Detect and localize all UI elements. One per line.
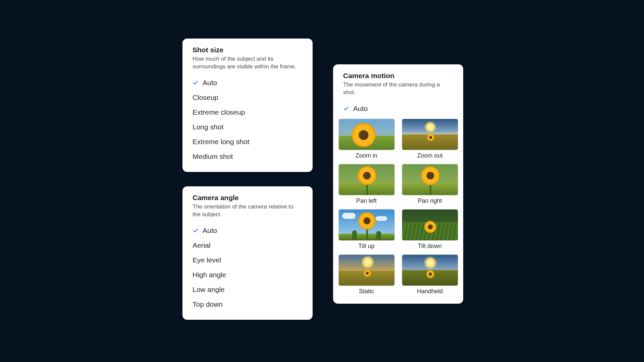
shot-size-list: Auto Closeup Extreme closeup Long shot E…: [193, 75, 303, 164]
option-label: Tilt down: [418, 241, 442, 252]
camera-motion-option-static[interactable]: Static: [338, 254, 395, 298]
camera-angle-desc: The orientation of the camera relative t…: [193, 203, 303, 219]
camera-angle-option-low-angle[interactable]: Low angle: [193, 282, 303, 297]
shot-size-option-long-shot[interactable]: Long shot: [193, 120, 303, 134]
camera-angle-title: Camera angle: [193, 194, 303, 202]
option-label: Pan left: [356, 195, 377, 207]
thumbnail-tilt-down: [402, 209, 458, 241]
camera-angle-panel: Camera angle The orientation of the came…: [182, 186, 313, 320]
option-label: Extreme long shot: [193, 138, 303, 146]
check-icon: [343, 106, 351, 112]
camera-motion-option-tilt-down[interactable]: Tilt down: [401, 209, 459, 252]
option-label: High angle: [193, 271, 303, 279]
option-label: Auto: [353, 105, 453, 113]
shot-size-title: Shot size: [193, 46, 303, 54]
camera-motion-auto-row: Auto: [338, 101, 459, 116]
shot-size-option-extreme-long-shot[interactable]: Extreme long shot: [193, 134, 303, 149]
check-icon: [193, 228, 201, 234]
camera-angle-option-eye-level[interactable]: Eye level: [193, 253, 303, 267]
option-label: Zoom out: [417, 150, 442, 162]
shot-size-option-auto[interactable]: Auto: [193, 75, 303, 90]
camera-motion-option-pan-left[interactable]: Pan left: [338, 164, 395, 207]
camera-motion-panel: Camera motion The movement of the camera…: [333, 64, 463, 304]
camera-motion-option-handheld[interactable]: Handheld: [401, 254, 459, 298]
camera-angle-option-aerial[interactable]: Aerial: [193, 238, 303, 253]
option-label: Aerial: [193, 241, 303, 249]
option-label: Long shot: [193, 123, 303, 131]
option-label: Auto: [203, 79, 303, 87]
thumbnail-handheld: [402, 254, 458, 286]
option-label: Extreme closeup: [193, 108, 303, 116]
camera-motion-option-tilt-up[interactable]: Tilt up: [338, 209, 395, 252]
option-label: Top down: [193, 300, 303, 308]
thumbnail-tilt-up: [338, 209, 395, 241]
shot-size-desc: How much of the subject and its surround…: [193, 55, 303, 71]
camera-motion-option-pan-right[interactable]: Pan right: [401, 164, 459, 207]
camera-motion-option-auto[interactable]: Auto: [343, 101, 453, 116]
option-label: Static: [359, 286, 374, 298]
camera-angle-option-auto[interactable]: Auto: [193, 223, 303, 238]
camera-motion-option-zoom-out[interactable]: Zoom out: [401, 119, 459, 162]
shot-size-option-extreme-closeup[interactable]: Extreme closeup: [193, 105, 303, 120]
option-label: Eye level: [193, 256, 303, 264]
check-icon: [193, 80, 201, 86]
camera-motion-grid: Zoom in Zoom out Pan left: [338, 119, 459, 298]
camera-motion-title: Camera motion: [338, 72, 459, 80]
camera-angle-option-high-angle[interactable]: High angle: [193, 267, 303, 282]
shot-size-option-closeup[interactable]: Closeup: [193, 90, 303, 105]
thumbnail-zoom-in: [338, 119, 395, 150]
option-label: Pan right: [418, 195, 442, 207]
option-label: Medium shot: [193, 153, 303, 161]
option-label: Handheld: [417, 286, 443, 298]
option-label: Auto: [203, 227, 303, 235]
option-label: Low angle: [193, 286, 303, 294]
shot-size-option-medium-shot[interactable]: Medium shot: [193, 149, 303, 164]
option-label: Zoom in: [356, 150, 377, 162]
camera-motion-option-zoom-in[interactable]: Zoom in: [338, 119, 395, 162]
camera-motion-desc: The movement of the camera during a shot…: [338, 81, 459, 97]
thumbnail-zoom-out: [402, 119, 458, 150]
thumbnail-pan-left: [338, 164, 395, 195]
thumbnail-pan-right: [402, 164, 458, 195]
option-label: Closeup: [193, 94, 303, 102]
camera-angle-list: Auto Aerial Eye level High angle Low ang…: [193, 223, 303, 312]
option-label: Tilt up: [358, 241, 374, 252]
shot-size-panel: Shot size How much of the subject and it…: [182, 39, 313, 172]
thumbnail-static: [338, 254, 395, 286]
camera-angle-option-top-down[interactable]: Top down: [193, 297, 303, 312]
